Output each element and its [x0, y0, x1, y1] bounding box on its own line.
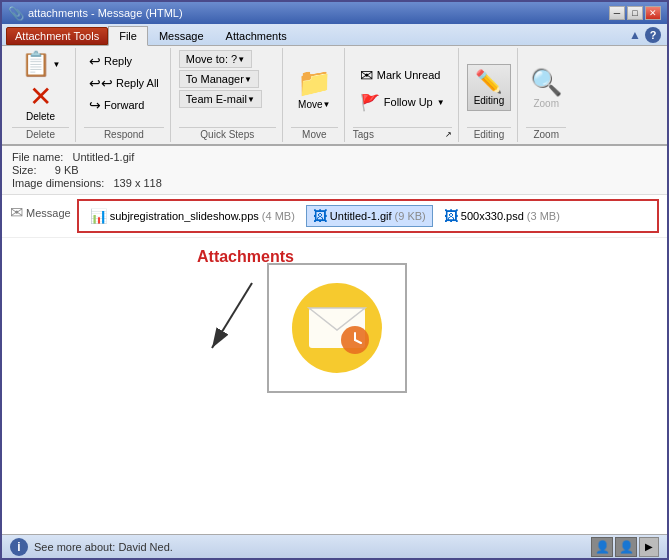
status-expand-button[interactable]: ▶: [639, 537, 659, 557]
reply-icon: ↩: [89, 53, 101, 69]
status-info-icon: i: [10, 538, 28, 556]
move-button[interactable]: 📁 Move ▼: [297, 66, 332, 110]
tab-attachment-tools[interactable]: Attachment Tools: [6, 27, 108, 45]
status-right-controls: 👤 👤 ▶: [591, 537, 659, 557]
mark-unread-button[interactable]: ✉ Mark Unread: [353, 63, 448, 88]
ribbon-group-quick-steps: Move to: ? ▼ To Manager ▼ Team E-mail ▼ …: [173, 48, 283, 142]
minimize-button[interactable]: ─: [609, 6, 625, 20]
team-email-button[interactable]: Team E-mail ▼: [179, 90, 262, 108]
user-icon-2: 👤: [619, 540, 634, 554]
status-text: See more about: David Ned.: [34, 541, 585, 553]
zoom-group-label: Zoom: [526, 127, 566, 140]
editing-group-label: Editing: [467, 127, 512, 140]
follow-up-button[interactable]: 🚩 Follow Up ▼: [353, 90, 452, 115]
respond-buttons: ↩ Reply ↩↩ Reply All ↪ Forward: [84, 50, 164, 116]
window-controls: ─ □ ✕: [609, 6, 661, 20]
message-header: ✉ Message 📊 subjregistration_slideshow.p…: [2, 195, 667, 238]
move-group-label: Move: [291, 127, 338, 140]
file-name-line: File name: Untitled-1.gif: [12, 151, 657, 163]
file-dimensions-line: Image dimensions: 139 x 118: [12, 177, 657, 189]
expand-icon[interactable]: ▲: [629, 28, 641, 42]
zoom-button[interactable]: 🔍 Zoom: [526, 63, 566, 113]
tab-attachments[interactable]: Attachments: [215, 26, 298, 45]
window-title: attachments - Message (HTML): [28, 7, 183, 19]
attachment-psd-size: (3 MB): [527, 210, 560, 222]
move-to-button[interactable]: Move to: ? ▼: [179, 50, 252, 68]
attachment-item-pps[interactable]: 📊 subjregistration_slideshow.pps (4 MB): [83, 205, 302, 227]
delete-label: Delete: [26, 111, 55, 122]
attachment-item-psd[interactable]: 🖼 500x330.psd (3 MB): [437, 205, 567, 227]
to-manager-arrow: ▼: [244, 75, 252, 84]
status-user-icon-2[interactable]: 👤: [615, 537, 637, 557]
attachment-pps-name: subjregistration_slideshow.pps: [110, 210, 259, 222]
quick-steps-group-label: Quick Steps: [179, 127, 276, 140]
team-email-arrow: ▼: [247, 95, 255, 104]
reply-all-icon: ↩↩: [89, 75, 113, 91]
status-expand-icon: ▶: [645, 541, 653, 552]
editing-icon: ✏️: [475, 69, 502, 95]
follow-up-arrow: ▼: [437, 98, 445, 107]
move-arrow: ▼: [323, 100, 331, 109]
ribbon-group-tags: ✉ Mark Unread 🚩 Follow Up ▼ Tags ↗: [347, 48, 459, 142]
help-button[interactable]: ?: [645, 27, 661, 43]
delete-button[interactable]: ✕ Delete: [21, 80, 60, 125]
titlebar: 📎 attachments - Message (HTML) ─ □ ✕: [2, 2, 667, 24]
status-user-icon-1[interactable]: 👤: [591, 537, 613, 557]
ribbon-group-zoom: 🔍 Zoom Zoom: [520, 48, 572, 142]
message-body: Attachments: [2, 238, 667, 534]
new-items-button[interactable]: 📋 ▼: [21, 50, 61, 78]
maximize-button[interactable]: □: [627, 6, 643, 20]
forward-icon: ↪: [89, 97, 101, 113]
attachments-container: 📊 subjregistration_slideshow.pps (4 MB) …: [77, 199, 659, 233]
tab-message[interactable]: Message: [148, 26, 215, 45]
ribbon-group-editing: ✏️ Editing Editing: [461, 48, 519, 142]
respond-group-label: Respond: [84, 127, 164, 140]
image-preview-box: [267, 263, 407, 393]
ribbon-group-move: 📁 Move ▼ Move: [285, 48, 345, 142]
user-icon-1: 👤: [595, 540, 610, 554]
attachment-gif-name: Untitled-1.gif: [330, 210, 392, 222]
message-envelope-icon: ✉: [10, 203, 23, 222]
move-icon: 📁: [297, 66, 332, 99]
tags-group-label: Tags: [353, 129, 374, 140]
attachment-gif-size: (9 KB): [395, 210, 426, 222]
tags-expand-icon[interactable]: ↗: [445, 130, 452, 139]
to-manager-button[interactable]: To Manager ▼: [179, 70, 259, 88]
follow-up-icon: 🚩: [360, 93, 380, 112]
outlook-logo-svg: [287, 278, 387, 378]
forward-button[interactable]: ↪ Forward: [84, 94, 164, 116]
attachment-pps-icon: 📊: [90, 208, 107, 224]
dropdown-arrow: ▼: [237, 55, 245, 64]
attachment-psd-name: 500x330.psd: [461, 210, 524, 222]
statusbar: i See more about: David Ned. 👤 👤 ▶: [2, 534, 667, 558]
ribbon-group-respond: ↩ Reply ↩↩ Reply All ↪ Forward Respond: [78, 48, 171, 142]
attachment-psd-icon: 🖼: [444, 208, 458, 224]
mark-unread-icon: ✉: [360, 66, 373, 85]
attachment-item-gif[interactable]: 🖼 Untitled-1.gif (9 KB): [306, 205, 433, 227]
ribbon-group-delete: 📋 ▼ ✕ Delete Delete: [6, 48, 76, 142]
message-label: Message: [26, 207, 71, 219]
ribbon: 📋 ▼ ✕ Delete Delete ↩ Reply: [2, 46, 667, 146]
close-button[interactable]: ✕: [645, 6, 661, 20]
attachment-gif-icon: 🖼: [313, 208, 327, 224]
message-area: ✉ Message 📊 subjregistration_slideshow.p…: [2, 195, 667, 534]
attachment-pps-size: (4 MB): [262, 210, 295, 222]
editing-button[interactable]: ✏️ Editing: [467, 64, 512, 111]
delete-group-label: Delete: [12, 127, 69, 140]
svg-line-1: [212, 283, 252, 348]
file-size-line: Size: 9 KB: [12, 164, 657, 176]
file-info-area: File name: Untitled-1.gif Size: 9 KB Ima…: [2, 146, 667, 195]
delete-icon: ✕: [29, 83, 52, 111]
reply-button[interactable]: ↩ Reply: [84, 50, 164, 72]
main-window: 📎 attachments - Message (HTML) ─ □ ✕ Att…: [0, 0, 669, 560]
zoom-icon: 🔍: [530, 67, 562, 98]
reply-all-button[interactable]: ↩↩ Reply All: [84, 72, 164, 94]
tab-file[interactable]: File: [108, 26, 148, 46]
